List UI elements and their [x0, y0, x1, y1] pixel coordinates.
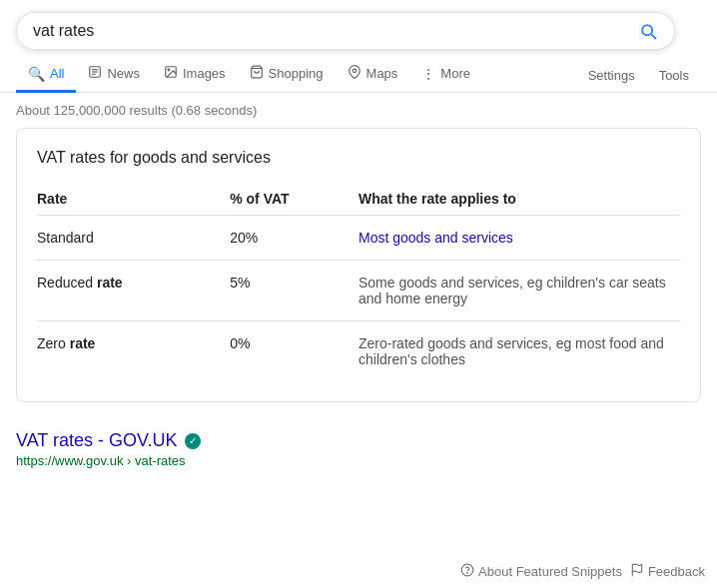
tab-images[interactable]: Images [152, 57, 238, 93]
search-button[interactable] [638, 21, 658, 41]
col-header-percent: % of VAT [230, 183, 358, 216]
snippet-title: VAT rates for goods and services [37, 149, 680, 167]
tab-news-label: News [107, 66, 140, 81]
shopping-icon [250, 65, 264, 82]
result-title-link[interactable]: VAT rates - GOV.UK ✓ [16, 430, 701, 451]
table-row: Standard 20% Most goods and services [37, 216, 680, 261]
result-title: VAT rates - GOV.UK [16, 430, 177, 451]
applies-cell: Some goods and services, eg children's c… [358, 261, 680, 321]
news-icon [88, 65, 102, 82]
tools-label: Tools [659, 68, 689, 83]
flag-icon [630, 563, 644, 580]
percent-cell: 5% [230, 261, 358, 321]
svg-point-7 [353, 69, 357, 73]
rate-cell: Standard [37, 216, 230, 261]
all-icon: 🔍 [28, 66, 45, 82]
tab-images-label: Images [183, 66, 226, 81]
about-snippets-label: About Featured Snippets [478, 564, 622, 579]
tab-more-label: More [440, 66, 470, 81]
images-icon [164, 65, 178, 82]
results-count: About 125,000,000 results (0.68 seconds) [0, 93, 717, 128]
tab-maps[interactable]: Maps [336, 57, 410, 93]
tab-news[interactable]: News [76, 57, 152, 93]
result-url[interactable]: https://www.gov.uk › vat-rates [16, 451, 701, 468]
maps-icon [348, 65, 361, 82]
result-link-container: VAT rates - GOV.UK ✓ https://www.gov.uk … [0, 418, 717, 472]
feedback-button[interactable]: Feedback [630, 563, 705, 580]
table-row: Reduced rate 5% Some goods and services,… [37, 261, 680, 321]
col-header-rate: Rate [37, 183, 230, 216]
settings-button[interactable]: Settings [576, 60, 647, 91]
col-header-applies: What the rate applies to [358, 183, 680, 216]
search-bar-container [0, 0, 717, 50]
table-row: Zero rate 0% Zero-rated goods and servic… [37, 321, 680, 382]
feedback-label: Feedback [648, 564, 705, 579]
percent-cell: 20% [230, 216, 358, 261]
applies-cell: Most goods and services [358, 216, 680, 261]
tab-shopping[interactable]: Shopping [238, 57, 336, 93]
percent-cell: 0% [230, 321, 358, 382]
tab-maps-label: Maps [366, 66, 398, 81]
vat-table: Rate % of VAT What the rate applies to S… [37, 183, 680, 381]
applies-cell: Zero-rated goods and services, eg most f… [358, 321, 680, 382]
settings-label: Settings [588, 68, 635, 83]
verified-icon: ✓ [185, 433, 201, 449]
svg-point-5 [168, 69, 170, 71]
about-snippets-button[interactable]: About Featured Snippets [460, 563, 622, 580]
search-bar [16, 12, 675, 50]
search-icon [638, 21, 658, 41]
more-icon: ⋮ [421, 66, 435, 82]
question-icon [460, 563, 474, 580]
tab-all-label: All [50, 66, 64, 81]
nav-tabs: 🔍 All News Images Shopping Maps ⋮ More S… [0, 50, 717, 93]
rate-cell: Zero rate [37, 321, 230, 382]
tab-more[interactable]: ⋮ More [409, 58, 482, 93]
snippet-card: VAT rates for goods and services Rate % … [16, 128, 701, 402]
rate-cell: Reduced rate [37, 261, 230, 321]
tab-all[interactable]: 🔍 All [16, 58, 76, 93]
tools-button[interactable]: Tools [647, 60, 701, 91]
tab-shopping-label: Shopping [269, 66, 324, 81]
search-input[interactable] [33, 22, 638, 40]
footer: About Featured Snippets Feedback [448, 555, 717, 588]
